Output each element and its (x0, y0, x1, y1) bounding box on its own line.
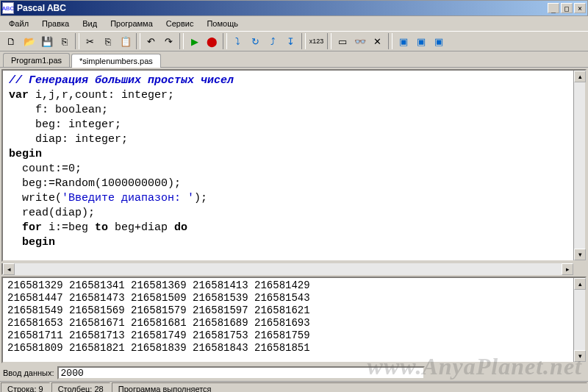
redo-icon[interactable]: ↷ (160, 33, 177, 49)
menu-bar: Файл Правка Вид Программа Сервис Помощь (0, 16, 588, 31)
code-editor[interactable]: // Генерация больших простых чисел var i… (3, 71, 573, 260)
step-out-icon[interactable]: ⤴ (265, 33, 282, 49)
save-all-icon[interactable]: ⎘ (56, 33, 73, 49)
status-col: Столбец: 28 (51, 382, 110, 393)
tool1-icon[interactable]: ▣ (395, 33, 412, 49)
menu-view[interactable]: Вид (76, 18, 103, 29)
window-title: Pascal ABC (17, 3, 546, 13)
maximize-button[interactable]: □ (561, 3, 573, 13)
input-label: Ввод данных: (3, 368, 54, 377)
watch-icon[interactable]: x123 (308, 33, 325, 49)
tool3-icon[interactable]: ▣ (430, 33, 447, 49)
scroll-left-icon[interactable]: ◂ (3, 263, 15, 275)
cut-icon[interactable]: ✂ (82, 33, 98, 49)
tab-bar: Program1.pas *simplenumbers.pas (0, 51, 588, 68)
scroll-up-icon[interactable]: ▴ (574, 71, 586, 82)
app-icon: ABC (2, 2, 14, 14)
open-file-icon[interactable]: 📂 (21, 33, 37, 49)
tab-simplenumbers[interactable]: *simplenumbers.pas (71, 54, 161, 68)
scroll-up-icon[interactable]: ▴ (574, 278, 586, 290)
breakpoint-icon[interactable]: ▭ (334, 33, 351, 49)
output-scrollbar-v[interactable]: ▴ ▾ (573, 278, 585, 362)
data-input[interactable] (57, 366, 425, 379)
tab-program1[interactable]: Program1.pas (3, 53, 70, 67)
scroll-down-icon[interactable]: ▾ (574, 249, 586, 260)
close-button[interactable]: × (574, 3, 586, 13)
output-text[interactable]: 216581329 216581341 216581369 216581413 … (3, 278, 573, 362)
input-row: Ввод данных: (0, 365, 588, 381)
output-pane: 216581329 216581341 216581369 216581413 … (1, 277, 587, 363)
stop-icon[interactable]: ⬤ (204, 33, 220, 49)
new-file-icon[interactable]: 🗋 (3, 33, 20, 49)
code-editor-pane: // Генерация больших простых чисел var i… (1, 69, 587, 262)
minimize-button[interactable]: _ (548, 3, 559, 13)
menu-program[interactable]: Программа (104, 18, 159, 29)
editor-scrollbar-v[interactable]: ▴ ▾ (573, 71, 585, 260)
paste-icon[interactable]: 📋 (117, 33, 134, 49)
run-to-cursor-icon[interactable]: ↧ (282, 33, 299, 49)
run-icon[interactable]: ▶ (186, 33, 203, 49)
editor-scrollbar-h[interactable]: ◂ ▸ (3, 263, 573, 275)
toolbar: 🗋 📂 💾 ⎘ ✂ ⎘ 📋 ↶ ↷ ▶ ⬤ ⤵ ↻ ⤴ ↧ x123 ▭ 👓 ✕… (0, 31, 588, 51)
delete-icon[interactable]: ✕ (369, 33, 386, 49)
undo-icon[interactable]: ↶ (143, 33, 159, 49)
status-message: Программа выполняется (112, 382, 587, 393)
menu-file[interactable]: Файл (3, 18, 35, 29)
glasses-icon[interactable]: 👓 (351, 33, 368, 49)
tool2-icon[interactable]: ▣ (412, 33, 429, 49)
menu-service[interactable]: Сервис (160, 18, 200, 29)
status-line: Строка: 9 (1, 382, 50, 393)
scroll-down-icon[interactable]: ▾ (574, 350, 586, 362)
scroll-right-icon[interactable]: ▸ (562, 263, 573, 275)
menu-edit[interactable]: Правка (36, 18, 75, 29)
menu-help[interactable]: Помощь (201, 18, 244, 29)
step-over-icon[interactable]: ↻ (247, 33, 264, 49)
step-into-icon[interactable]: ⤵ (229, 33, 246, 49)
status-bar: Строка: 9 Столбец: 28 Программа выполняе… (0, 381, 588, 392)
copy-icon[interactable]: ⎘ (99, 33, 116, 49)
save-icon[interactable]: 💾 (38, 33, 55, 49)
title-bar: ABC Pascal ABC _ □ × (0, 0, 588, 16)
